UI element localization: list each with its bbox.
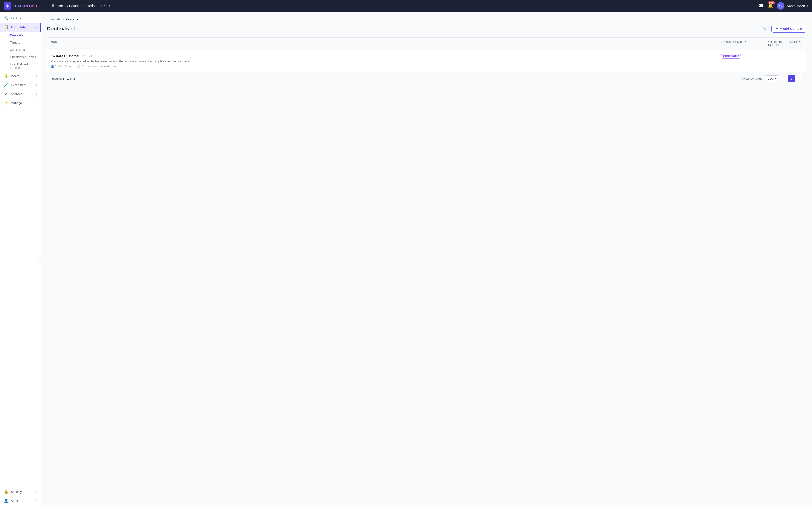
logo-icon — [4, 2, 11, 10]
sidebar-main-section: 🔍 Explore › 📋 Formulate ▾ Contexts Targe… — [0, 12, 41, 109]
help-icon[interactable]: ⓘ — [71, 26, 75, 31]
page-header: Contexts ⓘ 🔍 ＋ + Add Context — [47, 25, 806, 33]
author-icon: 👤 — [51, 65, 54, 68]
context-description: Predictions are generated while the cust… — [51, 59, 190, 63]
context-obs-count-cell: 0 — [764, 50, 806, 72]
pagination-bar: Results: 1 - 1 of 1 Rows per page: 100 5… — [47, 72, 806, 84]
col-header-entity: Primary Entity — [717, 38, 764, 50]
workspace-share-icon[interactable]: ⤢ — [99, 4, 102, 8]
monitor-icon: 🖥 — [51, 4, 55, 8]
col-header-name: Name — [47, 38, 717, 50]
add-context-button[interactable]: ＋ + Add Context — [771, 25, 806, 33]
workspace-settings-icon[interactable]: ⚙ — [104, 4, 107, 8]
context-tag-button[interactable]: 🏷 — [88, 54, 92, 59]
results-label: Results: — [51, 77, 62, 80]
manage-chevron-icon: › — [36, 101, 37, 104]
sidebar-item-ideate[interactable]: 💡 Ideate › — [0, 71, 41, 80]
top-nav: FEATUREBYTE 🖥 Grocery Dataset UI tutoria… — [0, 0, 812, 12]
user-avatar: XC — [777, 2, 785, 10]
page-prev-button[interactable]: ‹ — [781, 75, 787, 82]
admin-chevron-icon: › — [36, 499, 37, 502]
breadcrumb-parent-link[interactable]: Formulate — [47, 17, 61, 21]
clock-icon: 🕐 — [77, 65, 81, 68]
meta-separator: | — [74, 65, 75, 68]
ideate-chevron-icon: › — [36, 74, 37, 77]
results-range: 1 - 1 of 1 — [63, 77, 75, 80]
col-header-obs-tables: No. of Observation Tables — [764, 38, 806, 50]
sidebar-subitem-user-defined-functions[interactable]: User Defined Functions — [0, 61, 41, 71]
sidebar-subitem-targets[interactable]: Targets — [0, 39, 41, 46]
sidebar-item-formulate[interactable]: 📋 Formulate ▾ — [0, 22, 41, 32]
sidebar-subitem-contexts[interactable]: Contexts — [0, 32, 41, 39]
sidebar-label-ideate: Ideate — [11, 74, 19, 78]
sidebar-label-security: Security — [11, 490, 22, 494]
entity-badge: CUSTOMER — [721, 54, 742, 59]
formulate-chevron-icon: ▾ — [35, 25, 37, 29]
notification-bell-button[interactable]: 🔔 999+ — [767, 2, 774, 9]
contexts-table: Name Primary Entity No. of Observation T… — [47, 38, 806, 85]
app-logo-text: FEATUREBYTE — [13, 4, 39, 8]
context-copy-button[interactable]: 📋 — [81, 54, 86, 59]
explore-chevron-icon: › — [36, 17, 37, 19]
sidebar-item-explore[interactable]: 🔍 Explore › — [0, 14, 41, 22]
context-name-cell: In-Store Customer 📋 🏷 Predictions are ge… — [47, 50, 717, 72]
page-title: Contexts — [47, 25, 69, 32]
sidebar-bottom-section: 🔒 Security › 👤 Admin › — [0, 485, 41, 507]
sidebar-item-security[interactable]: 🔒 Security › — [0, 487, 41, 496]
manage-icon: ⚡ — [4, 101, 8, 105]
sidebar-item-manage[interactable]: ⚡ Manage › — [0, 98, 41, 107]
explore-icon: 🔍 — [4, 16, 8, 20]
user-name: Xavier Conort — [787, 4, 805, 8]
logo-area: FEATUREBYTE — [4, 2, 45, 10]
sidebar-label-admin: Admin — [11, 499, 19, 503]
sidebar-subitem-observation-tables[interactable]: Observation Tables — [0, 53, 41, 61]
sidebar-item-approve[interactable]: ✓ Approve › — [0, 89, 41, 98]
context-name-row: In-Store Customer 📋 🏷 — [51, 54, 92, 59]
sidebar-subitem-use-cases[interactable]: Use Cases — [0, 46, 41, 53]
rows-per-page-label: Rows per page: — [742, 77, 763, 80]
approve-chevron-icon: › — [36, 93, 37, 95]
app-layout: ‹ 🔍 Explore › 📋 Formulate ▾ Contexts Tar… — [0, 0, 812, 507]
security-icon: 🔒 — [4, 490, 8, 494]
workspace-area: 🖥 Grocery Dataset UI tutorial ⤢ ⚙ ▾ — [51, 4, 757, 8]
rows-per-page-area: Rows per page: 100 50 25 — [742, 75, 778, 82]
table-header: Name Primary Entity No. of Observation T… — [47, 38, 806, 50]
context-name-text: In-Store Customer — [51, 54, 79, 58]
sidebar-label-formulate: Formulate — [11, 25, 25, 29]
page-title-area: Contexts ⓘ — [47, 25, 75, 32]
sidebar: ‹ 🔍 Explore › 📋 Formulate ▾ Contexts Tar… — [0, 12, 41, 507]
workspace-expand-icon[interactable]: ▾ — [109, 4, 111, 8]
context-author-meta: 👤 Xavier Conort — [51, 65, 72, 68]
pagination-right: Rows per page: 100 50 25 ‹ 1 › — [742, 75, 802, 82]
results-text: Results: 1 - 1 of 1 — [51, 77, 75, 80]
chat-icon-button[interactable]: 💬 — [757, 2, 764, 9]
page-1-button[interactable]: 1 — [788, 75, 795, 82]
security-chevron-icon: › — [36, 490, 37, 493]
sidebar-collapse-button[interactable]: ‹ — [38, 257, 41, 262]
admin-icon: 👤 — [4, 499, 8, 503]
context-author: Xavier Conort — [55, 65, 72, 68]
formulate-icon: 📋 — [4, 25, 8, 29]
context-entity-cell: CUSTOMER — [717, 50, 764, 72]
breadcrumb-separator: > — [63, 17, 64, 21]
user-menu-chevron-icon: ▾ — [807, 4, 808, 7]
header-actions: 🔍 ＋ + Add Context — [760, 25, 806, 33]
user-menu[interactable]: XC Xavier Conort ▾ — [777, 2, 808, 10]
rows-per-page-select[interactable]: 100 50 25 — [765, 75, 778, 82]
context-created: Created a few seconds ago — [81, 65, 116, 68]
context-meta: 👤 Xavier Conort | 🕐 Created a few second… — [51, 65, 116, 68]
breadcrumb-current: Contexts — [66, 17, 78, 21]
ideate-icon: 💡 — [4, 74, 8, 78]
context-created-meta: 🕐 Created a few seconds ago — [77, 65, 116, 68]
search-button[interactable]: 🔍 — [760, 25, 769, 33]
sidebar-item-admin[interactable]: 👤 Admin › — [0, 496, 41, 505]
page-next-button[interactable]: › — [796, 75, 802, 82]
sidebar-label-experiment: Experiment — [11, 83, 26, 87]
workspace-name: Grocery Dataset UI tutorial — [56, 4, 96, 8]
main-content: Formulate > Contexts Contexts ⓘ 🔍 ＋ + Ad… — [41, 12, 812, 507]
experiment-chevron-icon: › — [36, 83, 37, 86]
sidebar-item-experiment[interactable]: 🧪 Experiment › — [0, 80, 41, 89]
observation-count: 0 — [767, 59, 769, 63]
search-icon: 🔍 — [762, 27, 766, 31]
add-context-label: + Add Context — [780, 27, 802, 31]
